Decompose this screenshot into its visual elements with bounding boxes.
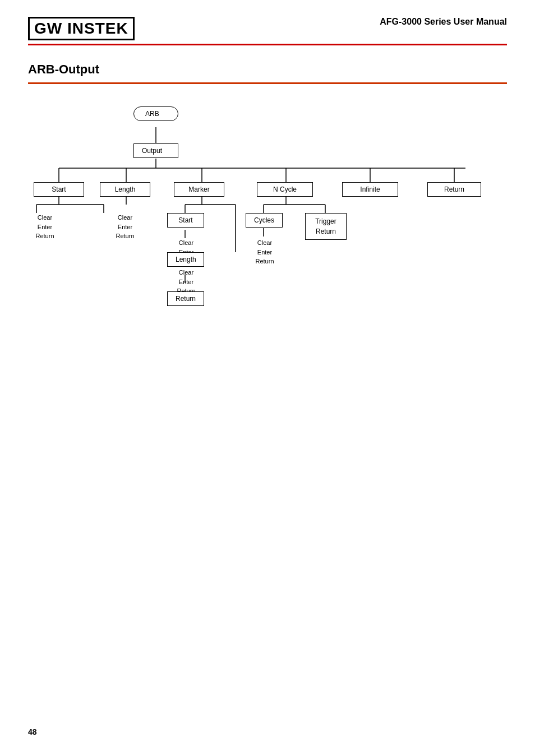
cycles-child: ClearEnterReturn (248, 238, 282, 266)
section-title: ARB-Output (28, 62, 507, 77)
marker-length-node: Length (167, 252, 204, 267)
arb-node: ARB (133, 106, 178, 121)
start-node: Start (34, 182, 84, 197)
page-header: GW INSTEK AFG-3000 Series User Manual (28, 17, 507, 40)
arb-output-diagram: ARB Output Start Length Marker N Cycle I… (28, 101, 510, 336)
cycles-node: Cycles (246, 213, 283, 228)
marker-start-node: Start (167, 213, 204, 228)
output-node: Output (133, 143, 178, 158)
logo-text: GW INSTEK (34, 20, 128, 37)
length-node: Length (100, 182, 150, 197)
infinite-node: Infinite (342, 182, 398, 197)
trigger-return-node: TriggerReturn (305, 213, 347, 240)
manual-title: AFG-3000 Series User Manual (380, 17, 507, 27)
page-number: 48 (28, 727, 37, 736)
header-divider (28, 44, 507, 45)
marker-node: Marker (174, 182, 224, 197)
start-child-left: ClearEnterReturn (28, 213, 62, 241)
length-child: ClearEnterReturn (100, 213, 150, 241)
section-divider (28, 82, 507, 84)
return-top-node: Return (427, 182, 481, 197)
marker-return-node: Return (167, 291, 204, 306)
output-label: Output (142, 147, 162, 155)
ncycle-node: N Cycle (257, 182, 313, 197)
arb-label: ARB (145, 110, 159, 118)
logo: GW INSTEK (28, 17, 135, 40)
